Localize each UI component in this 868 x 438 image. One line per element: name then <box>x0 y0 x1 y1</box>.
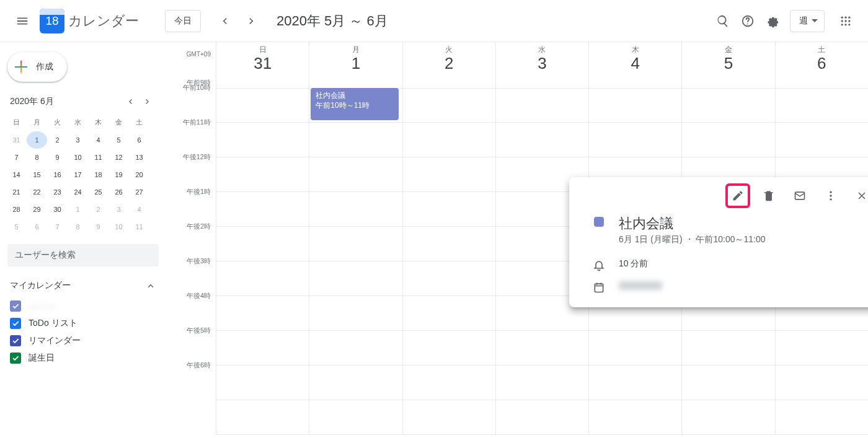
event-datetime: 6月 1日 (月曜日) ・ 午前10:00～11:00 <box>619 234 766 245</box>
mini-day[interactable]: 21 <box>6 183 27 201</box>
mini-day[interactable]: 12 <box>108 149 129 166</box>
mini-day[interactable]: 7 <box>6 149 27 166</box>
mini-day[interactable]: 17 <box>68 166 88 183</box>
day-header[interactable]: 水3 <box>495 42 588 88</box>
day-header[interactable]: 火2 <box>402 42 495 88</box>
mini-day[interactable]: 11 <box>88 149 108 166</box>
mini-day[interactable]: 20 <box>129 166 149 183</box>
mini-day[interactable]: 31 <box>6 131 27 149</box>
mini-day[interactable]: 4 <box>88 131 108 149</box>
close-popover-button[interactable] <box>849 183 868 208</box>
more-vert-icon <box>825 190 837 202</box>
apps-button[interactable] <box>833 9 858 33</box>
mini-day[interactable]: 10 <box>108 218 129 235</box>
calendar-item[interactable]: ToDo リスト <box>6 315 160 332</box>
mini-day[interactable]: 5 <box>6 218 27 235</box>
search-people-input[interactable]: ユーザーを検索 <box>7 244 159 266</box>
checkbox-icon[interactable] <box>10 300 21 312</box>
mini-day[interactable]: 1 <box>68 201 88 218</box>
day-header[interactable]: 日31 <box>216 42 309 88</box>
calendar-label: ——— <box>29 301 55 311</box>
mini-day[interactable]: 9 <box>88 218 108 235</box>
mini-day[interactable]: 1 <box>27 131 47 149</box>
menu-icon <box>16 14 29 28</box>
svg-rect-15 <box>595 284 603 292</box>
create-button-label: 作成 <box>36 61 53 72</box>
create-button[interactable]: 作成 <box>7 52 67 82</box>
mini-day[interactable]: 7 <box>47 218 68 235</box>
search-button[interactable] <box>711 9 735 33</box>
mini-day[interactable]: 26 <box>108 183 129 201</box>
day-column[interactable] <box>216 88 309 435</box>
settings-button[interactable] <box>760 9 785 33</box>
mini-day[interactable]: 22 <box>27 183 47 201</box>
mini-day[interactable]: 27 <box>129 183 149 201</box>
mini-day[interactable]: 2 <box>88 201 108 218</box>
hour-label: 午後3時 <box>187 256 211 266</box>
view-selector[interactable]: 週 <box>790 10 825 32</box>
day-header[interactable]: 土6 <box>775 42 868 88</box>
svg-point-3 <box>844 16 846 18</box>
mini-day[interactable]: 13 <box>129 149 149 166</box>
mini-day[interactable]: 5 <box>108 131 129 149</box>
mini-day[interactable]: 14 <box>6 166 27 183</box>
calendar-item[interactable]: リマインダー <box>6 332 160 349</box>
mini-day[interactable]: 29 <box>27 201 47 218</box>
mini-day[interactable]: 15 <box>27 166 47 183</box>
calendar-label: リマインダー <box>29 335 81 346</box>
mini-day[interactable]: 11 <box>129 218 149 235</box>
mini-day[interactable]: 18 <box>88 166 108 183</box>
mini-prev-button[interactable] <box>122 93 139 110</box>
mini-day[interactable]: 6 <box>129 131 149 149</box>
chevron-right-icon <box>143 97 153 107</box>
mini-day[interactable]: 25 <box>88 183 108 201</box>
day-column[interactable] <box>402 88 495 435</box>
mini-day[interactable]: 8 <box>27 149 47 166</box>
my-calendars-label: マイカレンダー <box>10 280 71 291</box>
mini-day[interactable]: 9 <box>47 149 68 166</box>
mini-day[interactable]: 4 <box>129 201 149 218</box>
checkbox-icon[interactable] <box>10 318 21 329</box>
more-options-button[interactable] <box>818 183 843 208</box>
day-column[interactable]: 社内会議午前10時～11時 <box>309 88 402 435</box>
mini-day[interactable]: 8 <box>68 218 88 235</box>
menu-button[interactable] <box>10 9 35 33</box>
mini-day[interactable]: 19 <box>108 166 129 183</box>
my-calendars-header[interactable]: マイカレンダー <box>6 276 160 297</box>
checkbox-icon[interactable] <box>10 335 21 346</box>
svg-point-12 <box>830 191 831 193</box>
prev-week-button[interactable] <box>212 9 237 33</box>
mini-day[interactable]: 23 <box>47 183 68 201</box>
mini-day[interactable]: 30 <box>47 201 68 218</box>
svg-point-5 <box>841 20 843 22</box>
reminder-text: 10 分前 <box>619 258 648 269</box>
today-button[interactable]: 今日 <box>165 10 201 32</box>
mini-day[interactable]: 10 <box>68 149 88 166</box>
day-header[interactable]: 月1 <box>309 42 402 88</box>
next-week-button[interactable] <box>239 9 264 33</box>
mini-day[interactable]: 24 <box>68 183 88 201</box>
hour-label: 午前10時 <box>183 83 211 92</box>
calendar-event[interactable]: 社内会議午前10時～11時 <box>311 88 398 120</box>
mini-day[interactable]: 16 <box>47 166 68 183</box>
svg-point-1 <box>747 23 748 24</box>
mini-day[interactable]: 3 <box>108 201 129 218</box>
day-header[interactable]: 木4 <box>588 42 681 88</box>
calendar-item[interactable]: 誕生日 <box>6 349 160 367</box>
mini-day[interactable]: 6 <box>27 218 47 235</box>
apps-grid-icon <box>839 15 852 27</box>
event-popover: 社内会議 6月 1日 (月曜日) ・ 午前10:00～11:00 10 分前 <box>569 177 868 307</box>
mini-day[interactable]: 2 <box>47 131 68 149</box>
mini-day[interactable]: 28 <box>6 201 27 218</box>
day-header[interactable]: 金5 <box>681 42 774 88</box>
mini-day[interactable]: 3 <box>68 131 88 149</box>
mini-dow: 土 <box>129 114 149 131</box>
email-guests-button[interactable] <box>787 183 812 208</box>
mini-dow: 火 <box>47 114 68 131</box>
delete-event-button[interactable] <box>756 183 781 208</box>
mini-next-button[interactable] <box>139 93 156 110</box>
edit-event-button[interactable] <box>725 183 750 208</box>
checkbox-icon[interactable] <box>10 353 21 364</box>
help-button[interactable] <box>735 9 760 33</box>
calendar-item[interactable]: ——— <box>6 297 160 315</box>
